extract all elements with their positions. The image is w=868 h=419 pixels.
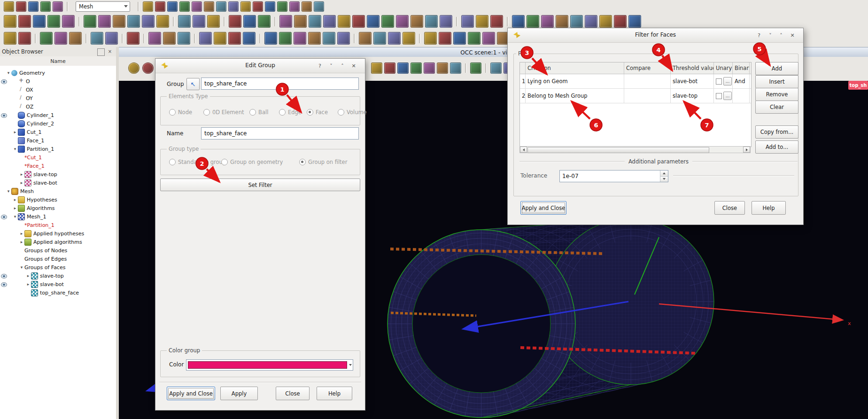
redo-icon[interactable]: [179, 1, 190, 12]
radio-node[interactable]: Node: [169, 109, 192, 116]
triquadratic-hexahedron-icon[interactable]: [440, 15, 452, 28]
add-button[interactable]: Add: [755, 62, 798, 75]
fit-all-icon[interactable]: [450, 62, 461, 74]
create-mesh-icon[interactable]: [4, 15, 16, 28]
remove-orphan-nodes-icon[interactable]: [490, 15, 503, 28]
table-horizontal-scrollbar[interactable]: [519, 146, 751, 153]
shade-icon[interactable]: ˅: [327, 62, 335, 70]
radio-edge[interactable]: Edge: [279, 109, 302, 116]
copy-icon[interactable]: [192, 1, 202, 12]
renumber-elements-icon[interactable]: [527, 15, 539, 28]
expand-icon[interactable]: ▸: [25, 282, 31, 287]
preferences-icon[interactable]: [302, 1, 312, 12]
zoom-window-icon[interactable]: [371, 62, 382, 74]
expand-icon[interactable]: ▸: [12, 197, 18, 202]
radio-ball[interactable]: Ball: [249, 109, 268, 116]
group-name-field[interactable]: [201, 78, 359, 90]
tree-item-hypotheses[interactable]: ▸Hypotheses: [0, 195, 116, 204]
load-script-icon[interactable]: [155, 1, 165, 12]
symmetry-icon[interactable]: [570, 15, 583, 28]
length-control-icon[interactable]: [373, 32, 386, 45]
copy-from-button[interactable]: Copy from...: [755, 125, 798, 139]
find-icon[interactable]: [277, 1, 287, 12]
quadratic-wedge-icon[interactable]: [411, 15, 423, 28]
add-ball-icon[interactable]: [156, 15, 169, 28]
tree-item-top-share-face[interactable]: top_share_face: [0, 288, 116, 297]
minimum-angle-control-icon[interactable]: [482, 32, 495, 45]
tree-item-cylinder-1[interactable]: Cylinder_1: [0, 111, 116, 119]
open-document-icon[interactable]: [16, 1, 26, 12]
visibility-eye-icon[interactable]: [1, 215, 7, 219]
radio-face[interactable]: Face: [307, 109, 328, 116]
unary-ellipsis-button[interactable]: ...: [723, 77, 732, 85]
collapse-icon[interactable]: ▾: [6, 70, 11, 75]
tree-item-algorithms[interactable]: ▸Algorithms: [0, 204, 116, 212]
tree-item-applied-algorithms[interactable]: ▸Applied algorithms: [0, 238, 116, 246]
clear-button[interactable]: Clear: [755, 101, 798, 114]
tree-item-mesh[interactable]: ▾Mesh: [0, 187, 116, 195]
tolerance-input[interactable]: [560, 171, 660, 182]
tree-item-oz[interactable]: OZ: [0, 102, 116, 111]
delete-icon[interactable]: [216, 1, 226, 12]
radio-group-on-geometry[interactable]: Group on geometry: [221, 159, 283, 165]
collapse-icon[interactable]: ▾: [19, 265, 24, 270]
apply-and-close-button[interactable]: Apply and Close: [167, 387, 215, 400]
smoothing-icon[interactable]: [214, 32, 226, 45]
biquadratic-quadrangle-icon[interactable]: [367, 15, 380, 28]
geometry-selection-button[interactable]: ↖: [186, 78, 200, 90]
shade-icon[interactable]: ˅: [767, 32, 774, 39]
edit-mesh-or-submesh-icon[interactable]: [33, 15, 46, 28]
global-pan-icon[interactable]: [397, 62, 409, 74]
add-polyhedron-icon[interactable]: [309, 15, 321, 28]
quadratic-hexahedron-icon[interactable]: [425, 15, 438, 28]
criterion-row-1[interactable]: 1Lying on Geomslave-bot...And: [520, 74, 751, 89]
pan-view-icon[interactable]: [384, 62, 395, 74]
expand-icon[interactable]: ▸: [12, 130, 18, 134]
notebook-icon[interactable]: [253, 1, 263, 12]
face-to-vertex-icon[interactable]: [127, 32, 140, 45]
add-hexahedron-icon[interactable]: [258, 15, 271, 28]
whats-this-icon[interactable]: ?: [316, 62, 324, 70]
quadratic-quadrangle-icon[interactable]: [352, 15, 365, 28]
tree-item-groups-of-edges[interactable]: Groups of Edges: [0, 255, 116, 263]
tree-item-slave-bot[interactable]: ▸slave-bot: [0, 178, 116, 187]
merge-elements-icon[interactable]: [628, 15, 641, 28]
registry-icon[interactable]: [265, 1, 275, 12]
tree-item-oy[interactable]: OY: [0, 94, 116, 102]
revolution-icon[interactable]: [178, 32, 190, 45]
interaction-style-icon[interactable]: [142, 62, 154, 74]
radio-0d-element[interactable]: 0D Element: [203, 109, 244, 116]
split-to-tetrahedra-icon[interactable]: [243, 32, 256, 45]
evaluate-icon[interactable]: [62, 15, 75, 28]
help-button[interactable]: Help: [752, 201, 786, 215]
tree-item-partition-1[interactable]: ▾Partition_1: [0, 145, 116, 153]
scroll-right-icon[interactable]: [743, 147, 750, 153]
preset-views-icon[interactable]: [470, 62, 481, 74]
mesh-group-name-field[interactable]: [201, 127, 359, 140]
tree-item-groups-of-faces[interactable]: ▾Groups of Faces: [0, 263, 116, 272]
close-button[interactable]: Close: [714, 201, 745, 215]
radio-standalone-group[interactable]: Standalone group: [169, 159, 226, 165]
scalar-bar-properties-icon[interactable]: [359, 32, 372, 45]
rotate-view-icon[interactable]: [411, 62, 422, 74]
clone-view-icon[interactable]: [490, 62, 502, 74]
catalog-icon[interactable]: [240, 1, 251, 12]
add-wedge-icon[interactable]: [294, 15, 307, 28]
set-filter-button[interactable]: Set Filter: [160, 178, 360, 191]
tree-item-cut-1[interactable]: ▸Cut_1: [0, 128, 116, 136]
add-tetrahedron-icon[interactable]: [243, 15, 256, 28]
add-to-button[interactable]: Add to...: [755, 140, 798, 154]
underlying-elements-group-icon[interactable]: [91, 32, 103, 45]
visibility-eye-icon[interactable]: [1, 79, 7, 84]
expand-icon[interactable]: ▸: [19, 240, 24, 244]
quadratic-edge-icon[interactable]: [323, 15, 336, 28]
filter-dialog-titlebar[interactable]: Filter for Faces ? ˅ ˄ ✕: [508, 28, 803, 43]
quadratic-triangle-icon[interactable]: [338, 15, 350, 28]
study-properties-icon[interactable]: [228, 1, 239, 12]
measurements-icon[interactable]: [337, 32, 350, 45]
tree-item-slave-bot[interactable]: ▸slave-bot: [0, 280, 116, 288]
create-submesh-icon[interactable]: [18, 15, 31, 28]
visibility-eye-icon[interactable]: [1, 282, 7, 287]
color-swatch[interactable]: [186, 359, 353, 371]
rotation-icon[interactable]: [556, 15, 568, 28]
